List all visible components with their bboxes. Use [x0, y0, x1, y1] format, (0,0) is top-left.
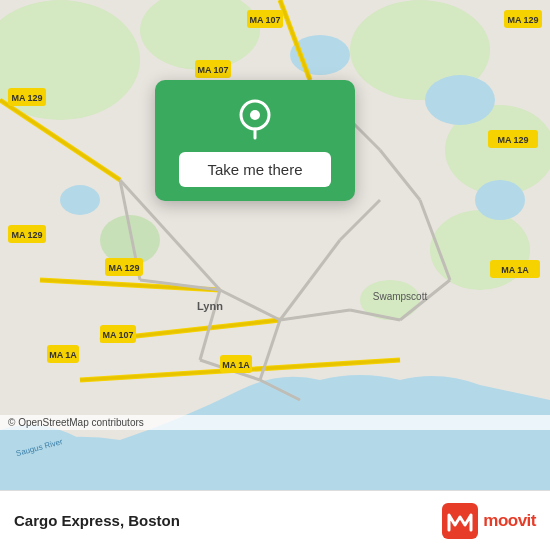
svg-point-9 — [60, 185, 100, 215]
destination-title: Cargo Express, Boston — [14, 512, 180, 529]
map-area: MA 1A MA 107 MA 107 MA 129 MA 129 MA 129… — [0, 0, 550, 490]
take-me-there-button[interactable]: Take me there — [179, 152, 330, 187]
map-attribution: © OpenStreetMap contributors — [0, 415, 550, 430]
svg-text:MA 1A: MA 1A — [49, 350, 77, 360]
moovit-label: moovit — [483, 511, 536, 531]
svg-text:MA 1A: MA 1A — [222, 360, 250, 370]
svg-point-11 — [475, 180, 525, 220]
svg-text:MA 129: MA 129 — [11, 230, 42, 240]
moovit-icon — [442, 503, 478, 539]
svg-text:MA 129: MA 129 — [108, 263, 139, 273]
svg-text:MA 129: MA 129 — [497, 135, 528, 145]
bottom-info-bar: Cargo Express, Boston moovit — [0, 490, 550, 550]
svg-text:MA 129: MA 129 — [11, 93, 42, 103]
svg-rect-66 — [442, 503, 478, 539]
destination-info: Cargo Express, Boston — [14, 512, 180, 529]
svg-text:Swampscott: Swampscott — [373, 291, 428, 302]
svg-point-10 — [425, 75, 495, 125]
svg-point-65 — [250, 110, 260, 120]
svg-text:MA 107: MA 107 — [197, 65, 228, 75]
moovit-logo: moovit — [442, 503, 536, 539]
svg-text:MA 107: MA 107 — [102, 330, 133, 340]
location-popup: Take me there — [155, 80, 355, 201]
svg-text:MA 107: MA 107 — [249, 15, 280, 25]
svg-text:MA 1A: MA 1A — [501, 265, 529, 275]
svg-text:Lynn: Lynn — [197, 300, 223, 312]
location-pin-icon — [233, 98, 277, 142]
svg-text:MA 129: MA 129 — [507, 15, 538, 25]
